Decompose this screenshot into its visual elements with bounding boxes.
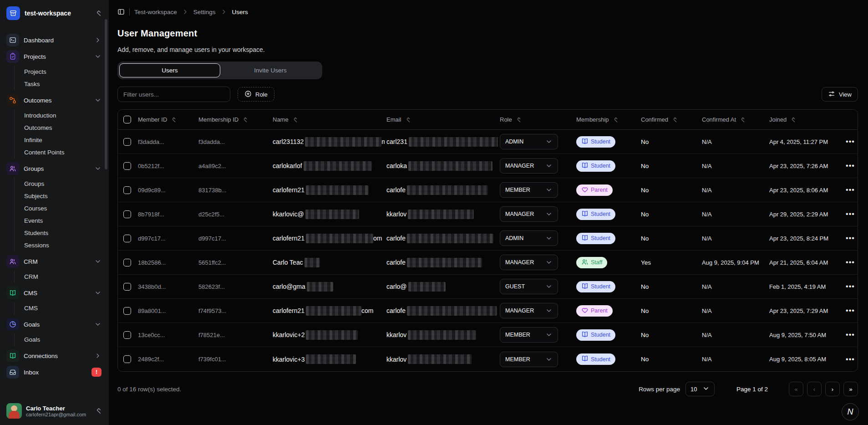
sidebar-item-groups[interactable]: Groups	[5, 160, 104, 177]
user-menu[interactable]: Carlo Teacher carlofern21apr@gmail.com	[5, 400, 104, 421]
chevron-down-icon	[545, 138, 553, 145]
column-header-confirmed-at[interactable]: Confirmed At	[700, 116, 767, 123]
sidebar-subitem-projects[interactable]: Projects	[22, 66, 104, 78]
role-filter-button[interactable]: Role	[238, 87, 274, 102]
user-email: carlofern21apr@gmail.com	[26, 412, 91, 417]
sidebar-subitem-tasks[interactable]: Tasks	[22, 78, 104, 90]
role-select[interactable]: ADMIN	[500, 134, 558, 149]
nextjs-dev-indicator[interactable]: N	[842, 403, 859, 420]
column-header-joined[interactable]: Joined	[767, 116, 843, 123]
sidebar-subitem-courses[interactable]: Courses	[22, 202, 104, 215]
role-select[interactable]: MANAGER	[500, 255, 558, 270]
user-name-cell: carlofern21	[273, 185, 369, 195]
sidebar-subitem-introduction[interactable]: Introduction	[22, 109, 104, 122]
sidebar-toggle-icon[interactable]	[117, 8, 125, 15]
row-actions-menu[interactable]: •••	[846, 355, 855, 364]
membership-badge: Student	[576, 329, 615, 341]
row-checkbox[interactable]	[123, 259, 131, 266]
book-open-icon	[581, 138, 589, 146]
row-checkbox[interactable]	[123, 235, 131, 242]
chevron-right-icon	[94, 352, 102, 359]
next-page-button[interactable]: ›	[825, 382, 840, 396]
row-checkbox[interactable]	[123, 186, 131, 194]
redacted-text	[307, 282, 333, 292]
view-button[interactable]: View	[822, 87, 858, 102]
row-actions-menu[interactable]: •••	[846, 307, 855, 315]
sidebar-item-cms[interactable]: CMS	[5, 285, 104, 301]
role-select[interactable]: ADMIN	[500, 230, 558, 246]
breadcrumb: Test-workspaceSettingsUsers	[134, 8, 248, 15]
user-name-cell: kkarlovic@	[273, 210, 359, 219]
breadcrumb-item[interactable]: Settings	[193, 9, 216, 15]
role-select[interactable]: MANAGER	[500, 158, 558, 174]
confirmed-cell: No	[641, 187, 649, 194]
workspace-switcher[interactable]: test-workspace	[5, 5, 104, 22]
membership-badge: Student	[576, 136, 615, 148]
breadcrumb-item[interactable]: Test-workspace	[134, 9, 177, 15]
role-select[interactable]: MEMBER	[500, 327, 558, 343]
row-actions-menu[interactable]: •••	[846, 331, 855, 339]
row-checkbox[interactable]	[123, 355, 131, 363]
main-content: Test-workspaceSettingsUsers User Managem…	[109, 0, 868, 425]
sidebar-subitem-content-points[interactable]: Content Points	[22, 146, 104, 159]
sidebar-subitem-cms[interactable]: CMS	[22, 302, 104, 314]
column-header-email[interactable]: Email	[385, 116, 498, 123]
row-checkbox[interactable]	[123, 307, 131, 315]
sidebar-subitem-infinite[interactable]: Infinite	[22, 134, 104, 146]
sidebar-subitem-groups[interactable]: Groups	[22, 178, 104, 190]
tab-users[interactable]: Users	[119, 63, 220, 77]
heart-icon	[581, 186, 589, 195]
row-checkbox[interactable]	[123, 210, 131, 218]
row-actions-menu[interactable]: •••	[846, 162, 855, 170]
sidebar-subitem-events[interactable]: Events	[22, 215, 104, 227]
sidebar-subitem-subjects[interactable]: Subjects	[22, 190, 104, 202]
role-select[interactable]: MANAGER	[500, 303, 558, 318]
select-all-checkbox[interactable]	[123, 116, 131, 123]
sidebar-item-connections[interactable]: Connections	[5, 348, 104, 364]
sidebar-item-outcomes[interactable]: Outcomes	[5, 92, 104, 108]
last-page-button[interactable]: »	[843, 382, 858, 396]
row-checkbox[interactable]	[123, 162, 131, 170]
column-header-confirmed[interactable]: Confirmed	[639, 116, 700, 123]
row-checkbox[interactable]	[123, 283, 131, 291]
tab-invite-users[interactable]: Invite Users	[220, 63, 320, 77]
sidebar-scrollbar[interactable]	[105, 19, 107, 169]
row-actions-menu[interactable]: •••	[846, 186, 855, 194]
sidebar-subitem-sessions[interactable]: Sessions	[22, 239, 104, 251]
row-actions-menu[interactable]: •••	[846, 282, 855, 291]
sidebar-item-inbox[interactable]: Inbox !	[5, 364, 104, 380]
sidebar-item-crm[interactable]: CRM	[5, 253, 104, 270]
column-header-member-id[interactable]: Member ID	[136, 116, 197, 123]
filter-users-input[interactable]	[117, 87, 230, 102]
chevron-down-icon	[545, 307, 553, 314]
sidebar-item-goals[interactable]: Goals	[5, 316, 104, 333]
first-page-button[interactable]: «	[789, 382, 803, 396]
column-header-membership[interactable]: Membership	[574, 116, 639, 123]
role-select[interactable]: GUEST	[500, 279, 558, 294]
sidebar-subitem-goals[interactable]: Goals	[22, 333, 104, 346]
confirmed-cell: Yes	[641, 259, 651, 266]
column-header-name[interactable]: Name	[271, 116, 385, 123]
prev-page-button[interactable]: ‹	[807, 382, 822, 396]
sidebar-subitem-crm[interactable]: CRM	[22, 271, 104, 283]
table-row: 3438b0d... 582623f... carlo@gma carlo@ G…	[118, 275, 858, 299]
row-checkbox[interactable]	[123, 138, 131, 146]
sidebar-item-dashboard[interactable]: Dashboard	[5, 32, 104, 48]
row-actions-menu[interactable]: •••	[846, 210, 855, 218]
role-select[interactable]: MANAGER	[500, 206, 558, 222]
column-header-role[interactable]: Role	[498, 116, 574, 123]
redacted-text	[407, 258, 482, 267]
sidebar-subitem-students[interactable]: Students	[22, 227, 104, 239]
role-select[interactable]: MEMBER	[500, 352, 558, 367]
page-title: User Management	[117, 28, 858, 39]
column-header-membership-id[interactable]: Membership ID	[197, 116, 271, 123]
row-checkbox[interactable]	[123, 331, 131, 339]
sidebar-item-projects[interactable]: Projects	[5, 48, 104, 65]
sort-icon	[242, 116, 249, 123]
role-select[interactable]: MEMBER	[500, 182, 558, 198]
row-actions-menu[interactable]: •••	[846, 258, 855, 266]
row-actions-menu[interactable]: •••	[846, 138, 855, 146]
row-actions-menu[interactable]: •••	[846, 234, 855, 242]
sidebar-subitem-outcomes[interactable]: Outcomes	[22, 122, 104, 134]
rows-per-page-select[interactable]: 10	[685, 382, 715, 396]
